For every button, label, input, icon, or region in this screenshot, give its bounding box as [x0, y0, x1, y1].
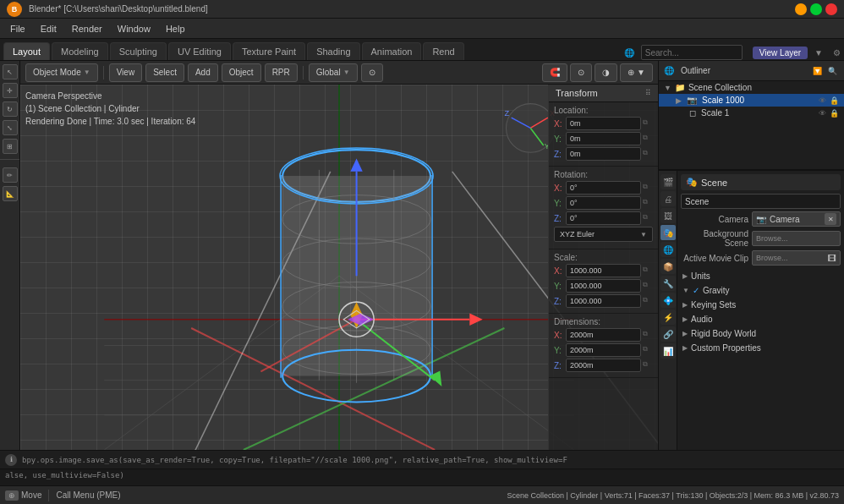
viewport-toolbar: Object Mode▼ View Select Add Object RPR … — [20, 61, 658, 85]
menu-file[interactable]: File — [3, 22, 32, 36]
outliner-filter-icon[interactable]: 🔽 — [810, 64, 824, 78]
scale-y[interactable]: 1000.000 — [566, 279, 641, 293]
gravity-section[interactable]: ▼ ✓ Gravity — [681, 282, 841, 297]
menu-window[interactable]: Window — [111, 22, 157, 36]
minimize-button[interactable] — [795, 3, 807, 15]
copy-dim-z[interactable]: ⧉ — [643, 360, 653, 370]
rotation-z[interactable]: 0° — [566, 211, 641, 225]
copy-dim-x[interactable]: ⧉ — [643, 330, 653, 340]
prop-data-icon[interactable]: 📊 — [660, 343, 676, 359]
prop-scene-icon[interactable]: 🎭 — [660, 225, 676, 240]
object-menu[interactable]: Object — [222, 63, 261, 82]
tool-measure[interactable]: 📐 — [3, 186, 18, 201]
transform-panel-header: Transform ⠿ — [549, 85, 658, 102]
copy-rotation-x[interactable]: ⧉ — [643, 183, 653, 193]
outliner-scene-collection[interactable]: ▼ 📁 Scene Collection — [659, 81, 844, 94]
maximize-button[interactable] — [810, 3, 822, 15]
menu-render[interactable]: Render — [65, 22, 109, 36]
menu-edit[interactable]: Edit — [34, 22, 63, 36]
location-x[interactable]: 0m — [566, 117, 641, 130]
menu-help[interactable]: Help — [159, 22, 192, 36]
prop-render-icon[interactable]: 🎬 — [660, 174, 676, 189]
copy-location-y[interactable]: ⧉ — [643, 134, 653, 144]
mode-selector[interactable]: Object Mode▼ — [25, 63, 98, 82]
transform-selector[interactable]: Global▼ — [309, 63, 358, 82]
tab-layout[interactable]: Layout — [3, 42, 50, 60]
add-menu[interactable]: Add — [188, 63, 218, 82]
prop-particles-icon[interactable]: 💠 — [660, 293, 676, 308]
copy-scale-y[interactable]: ⧉ — [643, 281, 653, 291]
audio-section[interactable]: ▶ Audio — [681, 311, 841, 326]
scale-z[interactable]: 1000.000 — [566, 294, 641, 308]
tab-sculpting[interactable]: Sculpting — [110, 42, 167, 60]
prop-constraints-icon[interactable]: 🔗 — [660, 326, 676, 342]
copy-dim-y[interactable]: ⧉ — [643, 345, 653, 355]
dim-y[interactable]: 2000m — [566, 343, 641, 357]
rotation-y[interactable]: 0° — [566, 196, 641, 210]
copy-location-x[interactable]: ⧉ — [643, 118, 653, 129]
units-section[interactable]: ▶ Units — [681, 268, 841, 282]
tab-texture-paint[interactable]: Texture Paint — [233, 42, 305, 60]
dim-x[interactable]: 2000m — [566, 328, 641, 342]
tool-move[interactable]: ✛ — [3, 83, 18, 98]
outliner-scale1[interactable]: ◻ Scale 1 👁 🔒 — [659, 107, 844, 119]
outliner-scale1000[interactable]: ▶ 📷 Scale 1000 👁 🔒 — [659, 94, 844, 107]
rotation-x[interactable]: 0° — [566, 181, 641, 194]
location-z[interactable]: 0m — [566, 147, 641, 161]
select-menu[interactable]: Select — [145, 63, 184, 82]
console-line2: alse, use_multiview=False) — [5, 471, 124, 479]
location-y[interactable]: 0m — [566, 132, 641, 145]
tab-modeling[interactable]: Modeling — [52, 42, 108, 60]
tool-rotate[interactable]: ↻ — [3, 101, 18, 117]
search-input[interactable] — [641, 45, 743, 60]
keying-sets-section[interactable]: ▶ Keying Sets — [681, 297, 841, 311]
copy-rotation-z[interactable]: ⧉ — [643, 213, 653, 223]
tab-uv-editing[interactable]: UV Editing — [168, 42, 231, 60]
scale-x[interactable]: 1000.000 — [566, 264, 641, 277]
view-layer-badge[interactable]: View Layer — [753, 47, 808, 59]
prop-physics-icon[interactable]: ⚡ — [660, 310, 676, 325]
snap-toggle[interactable]: 🧲 — [542, 63, 567, 82]
close-button[interactable] — [825, 3, 837, 15]
rigid-body-world-section[interactable]: ▶ Rigid Body World — [681, 326, 841, 340]
viewport-overlay[interactable]: ⊕ ▼ — [620, 63, 653, 82]
viewport-shading[interactable]: ◑ — [595, 63, 617, 82]
movie-clip-row: Active Movie Clip Browse... 🎞 — [681, 250, 841, 266]
bg-scene-value[interactable]: Browse... — [752, 231, 841, 246]
tool-cursor[interactable]: ↖ — [3, 64, 18, 79]
prop-view-layer-icon[interactable]: 🖼 — [660, 208, 676, 223]
rpr-menu[interactable]: RPR — [265, 63, 298, 82]
outliner-search-icon[interactable]: 🔍 — [825, 64, 839, 78]
dim-z[interactable]: 2000m — [566, 359, 641, 372]
copy-rotation-y[interactable]: ⧉ — [643, 198, 653, 208]
copy-location-z[interactable]: ⧉ — [643, 149, 653, 159]
view-menu[interactable]: View — [109, 63, 143, 82]
prop-modifier-icon[interactable]: 🔧 — [660, 276, 676, 291]
prop-object-icon[interactable]: 📦 — [660, 259, 676, 274]
outliner-header: 🌐 Outliner 🔽 🔍 — [659, 61, 844, 81]
status-move: ⊕ Move — [5, 490, 41, 501]
copy-scale-x[interactable]: ⧉ — [643, 266, 653, 276]
bottom-area: ℹ bpy.ops.image.save_as(save_as_render=T… — [0, 450, 844, 485]
camera-value[interactable]: 📷 Camera ✕ — [752, 211, 841, 227]
tab-animation[interactable]: Animation — [362, 42, 422, 60]
tool-scale[interactable]: ⤡ — [3, 120, 18, 135]
tab-rendering[interactable]: Rend — [423, 42, 463, 60]
main-layout: ↖ ✛ ↻ ⤡ ⊞ ✏ 📐 Object Mode▼ View Select A… — [0, 61, 844, 450]
prop-world-icon[interactable]: 🌐 — [660, 242, 676, 257]
rotation-mode-dropdown[interactable]: XYZ Euler ▼ — [554, 227, 653, 242]
tool-annotate[interactable]: ✏ — [3, 167, 18, 183]
proportional-toggle[interactable]: ⊙ — [570, 63, 592, 82]
copy-scale-z[interactable]: ⧉ — [643, 296, 653, 306]
movie-clip-label: Active Movie Clip — [681, 254, 748, 263]
pivot-selector[interactable]: ⊙ — [361, 63, 383, 82]
3d-viewport[interactable]: X Y Z Camera Perspective (1) Scene Colle… — [20, 85, 658, 450]
movie-clip-value[interactable]: Browse... 🎞 — [752, 250, 841, 266]
prop-output-icon[interactable]: 🖨 — [660, 191, 676, 206]
scene-name-value[interactable]: Scene — [681, 194, 841, 209]
custom-properties-section[interactable]: ▶ Custom Properties — [681, 340, 841, 354]
tab-shading[interactable]: Shading — [307, 42, 359, 60]
camera-clear-btn[interactable]: ✕ — [825, 213, 836, 225]
camera-row: Camera 📷 Camera ✕ — [681, 211, 841, 227]
tool-transform[interactable]: ⊞ — [3, 139, 18, 154]
